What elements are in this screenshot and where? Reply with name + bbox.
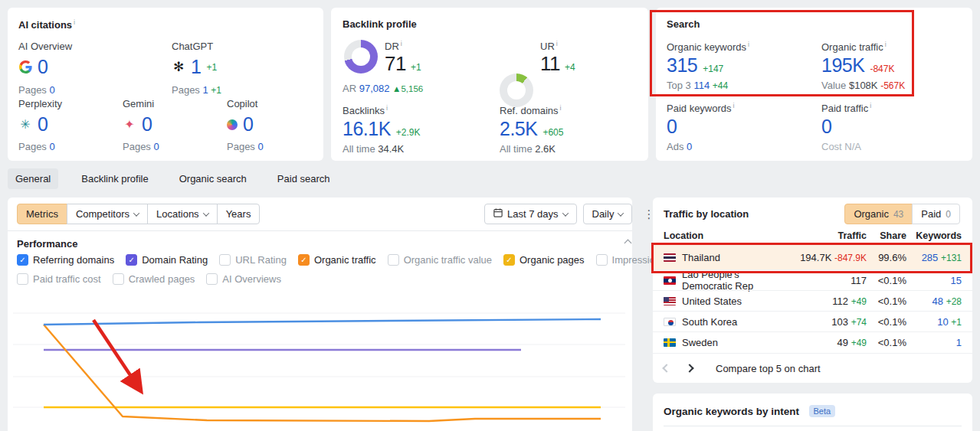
traffic-value: 117 <box>851 275 867 286</box>
chatgpt-pages-diff: +1 <box>211 85 221 96</box>
col-traffic[interactable]: Traffic <box>784 230 867 241</box>
perplexity-icon: ✳ <box>18 119 32 131</box>
info-icon[interactable]: i <box>870 102 871 109</box>
tab-backlink-profile[interactable]: Backlink profile <box>74 168 156 189</box>
keywords-value[interactable]: 1 <box>956 337 962 348</box>
table-row-south-korea[interactable]: South Korea 103 +74 <0.1% 10 +1 <box>653 311 972 331</box>
col-location[interactable]: Location <box>664 230 784 241</box>
alltime-label: All time <box>343 143 375 155</box>
flag-sweden-icon <box>664 338 676 347</box>
gemini-icon: ✦ <box>123 119 136 131</box>
backlink-profile-title: Backlink profile <box>343 18 417 30</box>
backlinks-label: Backlinks <box>343 105 385 116</box>
chatgpt-value: 1 <box>191 56 201 78</box>
info-icon[interactable]: i <box>733 102 735 109</box>
tab-general[interactable]: General <box>8 168 58 189</box>
traffic-diff: +49 <box>851 296 867 307</box>
organic-toggle-button[interactable]: Organic43 <box>844 204 913 224</box>
compare-top5-link[interactable]: Compare top 5 on chart <box>716 363 821 374</box>
traffic-diff: -847.9K <box>834 253 867 263</box>
tab-organic-search[interactable]: Organic search <box>172 168 254 189</box>
chart-gridlines <box>13 313 625 407</box>
pages-label: Pages <box>227 141 255 152</box>
ai-overview-pages[interactable]: 0 <box>50 84 55 96</box>
copilot-pages[interactable]: 0 <box>258 141 264 152</box>
keywords-diff: +28 <box>946 296 962 307</box>
info-icon[interactable]: i <box>560 104 562 112</box>
cost-label: Cost <box>821 141 842 152</box>
ads-value[interactable]: 0 <box>687 141 692 152</box>
flag-thailand-icon <box>664 253 676 262</box>
country-name[interactable]: Sweden <box>682 337 718 348</box>
backlinks-alltime-value: 34.4K <box>378 143 404 155</box>
table-row-sweden[interactable]: Sweden 49 +49 <0.1% 1 <box>653 331 972 352</box>
table-row-thailand[interactable]: Thailand 194.7K -847.9K 99.6% 285 +131 <box>653 244 972 269</box>
google-icon <box>18 60 32 73</box>
ai-overview-label: AI Overview <box>18 41 72 52</box>
ads-label: Ads <box>667 141 683 152</box>
pages-label: Pages <box>18 84 47 96</box>
dr-value: 71 <box>385 52 406 76</box>
info-icon[interactable]: i <box>386 104 388 112</box>
ar-value[interactable]: 97,082 <box>359 83 390 94</box>
info-icon[interactable]: i <box>885 41 887 48</box>
top3-diff: +44 <box>713 80 728 91</box>
perplexity-value: 0 <box>38 113 48 136</box>
col-share[interactable]: Share <box>867 230 906 241</box>
paid-traffic-value[interactable]: 0 <box>821 116 831 137</box>
info-icon[interactable]: i <box>748 41 749 48</box>
col-keywords[interactable]: Keywords <box>906 230 962 241</box>
keywords-diff: +131 <box>941 253 962 263</box>
top3-value[interactable]: 114 <box>693 80 710 91</box>
keywords-value[interactable]: 15 <box>951 275 962 286</box>
dr-diff: +1 <box>411 62 421 73</box>
country-name[interactable]: Thailand <box>682 252 720 263</box>
info-icon[interactable]: i <box>74 18 75 26</box>
backlink-profile-card: Backlink profile DRi 71 +1 AR 97,082 ▲5,… <box>331 8 648 161</box>
country-name[interactable]: South Korea <box>682 316 737 328</box>
search-title: Search <box>667 18 700 30</box>
organic-keywords-value[interactable]: 315 <box>667 54 697 77</box>
keywords-value[interactable]: 10 <box>937 316 948 328</box>
gemini-pages[interactable]: 0 <box>154 141 159 152</box>
traffic-value-diff: -567K <box>880 80 905 91</box>
keywords-value[interactable]: 48 <box>932 295 943 307</box>
backlinks-value[interactable]: 16.1K <box>343 118 391 140</box>
top3-label: Top 3 <box>667 80 691 91</box>
ai-overview-value: 0 <box>38 56 48 78</box>
divider <box>664 426 962 426</box>
table-header-row: Location Traffic Share Keywords <box>653 227 972 244</box>
tab-paid-search[interactable]: Paid search <box>270 168 338 189</box>
ur-diff: +4 <box>565 62 575 73</box>
table-row-united-states[interactable]: United States 112 +49 <0.1% 48 +28 <box>653 290 972 311</box>
dr-label: DR <box>385 41 399 52</box>
info-icon[interactable]: i <box>401 40 402 47</box>
country-name[interactable]: United States <box>682 295 742 307</box>
ahrefs-overview-page: AI citationsi AI Overview 0 Pages 0 Chat… <box>0 0 980 431</box>
paid-toggle-button[interactable]: Paid0 <box>912 204 960 224</box>
paid-count-badge: 0 <box>946 209 951 220</box>
traffic-by-location-title: Traffic by location <box>664 208 749 220</box>
info-icon[interactable]: i <box>556 40 558 47</box>
chatgpt-pages[interactable]: 1 <box>203 84 208 96</box>
ref-domains-value[interactable]: 2.5K <box>500 118 537 140</box>
organic-traffic-label: Organic traffic <box>821 41 883 53</box>
share-value: <0.1% <box>867 337 906 348</box>
next-page-button[interactable] <box>685 364 693 372</box>
copilot-icon <box>227 119 238 130</box>
copilot-value: 0 <box>243 113 253 136</box>
copilot-label: Copilot <box>227 98 264 109</box>
organic-keywords-by-intent-panel: Organic keywords by intent Beta <box>653 393 972 431</box>
performance-panel: Metrics Competitors Locations Years Last… <box>8 198 632 431</box>
organic-traffic-value[interactable]: 195K <box>821 54 864 77</box>
table-row-laos[interactable]: Lao People's Democratic Rep 117 <0.1% 15 <box>653 269 972 290</box>
prev-page-button[interactable] <box>662 364 670 372</box>
country-name[interactable]: Lao People's Democratic Rep <box>682 269 784 292</box>
paid-keywords-label: Paid keywords <box>667 103 732 114</box>
perplexity-pages[interactable]: 0 <box>50 141 55 152</box>
keywords-value[interactable]: 285 <box>922 252 939 263</box>
pages-label: Pages <box>172 84 200 96</box>
perplexity-metric: Perplexity ✳ 0 Pages 0 <box>18 98 62 152</box>
paid-keywords-value[interactable]: 0 <box>667 116 677 137</box>
pages-label: Pages <box>123 141 151 152</box>
